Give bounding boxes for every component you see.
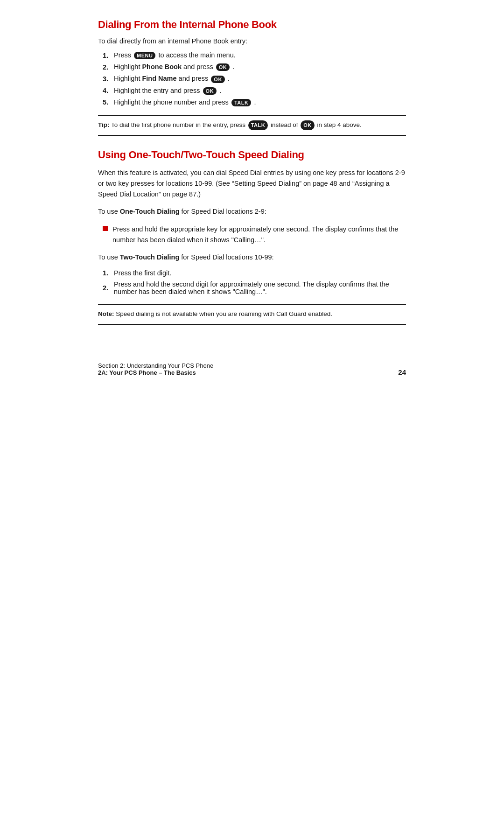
one-touch-bullet-text: Press and hold the appropriate key for a… [112,224,406,245]
bullet-square-icon [103,226,108,231]
step-3: 3. Highlight Find Name and press OK . [103,75,406,83]
step-2-text: Highlight Phone Book and press OK . [114,63,234,71]
tip-label: Tip: [98,121,110,128]
section-1-intro: To dial directly from an internal Phone … [98,37,406,45]
one-touch-intro: To use One-Touch Dialing for Speed Dial … [98,206,406,217]
step-4-num: 4. [103,87,111,94]
section-2-title: Using One-Touch/Two-Touch Speed Dialing [98,149,406,161]
section-2: Using One-Touch/Two-Touch Speed Dialing … [98,149,406,325]
ok-badge-2: OK [216,63,230,71]
section-1-title: Dialing From the Internal Phone Book [98,19,406,31]
talk-badge-5: TALK [231,99,252,106]
section-1-steps: 1. Press MENU to access the main menu. 2… [98,51,406,106]
section-2-intro: When this feature is activated, you can … [98,168,406,200]
two-touch-step-2-text: Press and hold the second digit for appr… [114,280,406,295]
step-4: 4. Highlight the entry and press OK . [103,87,406,95]
note-box: Note: Speed dialing is not available whe… [98,304,406,325]
step-5: 5. Highlight the phone number and press … [103,98,406,106]
two-touch-step-2: 2. Press and hold the second digit for a… [103,280,406,295]
step-3-text: Highlight Find Name and press OK . [114,75,230,83]
step-2: 2. Highlight Phone Book and press OK . [103,63,406,71]
footer-chapter-label: 2A: Your PCS Phone – The Basics [98,369,213,376]
talk-badge-tip: TALK [248,120,268,130]
two-touch-step-1-num: 1. [103,269,111,277]
page-footer: Section 2: Understanding Your PCS Phone … [98,362,406,376]
tip-text: To dial the first phone number in the en… [111,121,362,128]
footer-page-number: 24 [398,368,406,376]
step-1-num: 1. [103,52,111,59]
step-4-text: Highlight the entry and press OK . [114,87,221,95]
step-5-text: Highlight the phone number and press TAL… [114,98,256,106]
note-text: Speed dialing is not available when you … [116,310,332,317]
note-label: Note: [98,310,114,317]
step-3-num: 3. [103,75,111,83]
two-touch-steps: 1. Press the first digit. 2. Press and h… [98,269,406,295]
one-touch-bullets: Press and hold the appropriate key for a… [98,224,406,245]
section-1: Dialing From the Internal Phone Book To … [98,19,406,136]
step-5-num: 5. [103,98,111,106]
ok-badge-tip: OK [301,120,315,130]
ok-badge-4: OK [203,87,217,95]
two-touch-step-1-text: Press the first digit. [114,269,171,277]
two-touch-intro: To use Two-Touch Dialing for Speed Dial … [98,252,406,263]
step-1-text: Press MENU to access the main menu. [114,51,236,59]
two-touch-step-2-num: 2. [103,284,111,292]
menu-badge: MENU [134,52,155,59]
step-1: 1. Press MENU to access the main menu. [103,51,406,59]
two-touch-step-1: 1. Press the first digit. [103,269,406,277]
footer-left: Section 2: Understanding Your PCS Phone … [98,362,213,376]
tip-box: Tip: To dial the first phone number in t… [98,115,406,136]
ok-badge-3: OK [211,76,225,83]
footer-section-label: Section 2: Understanding Your PCS Phone [98,362,213,369]
one-touch-bullet-1: Press and hold the appropriate key for a… [103,224,406,245]
step-2-num: 2. [103,63,111,71]
